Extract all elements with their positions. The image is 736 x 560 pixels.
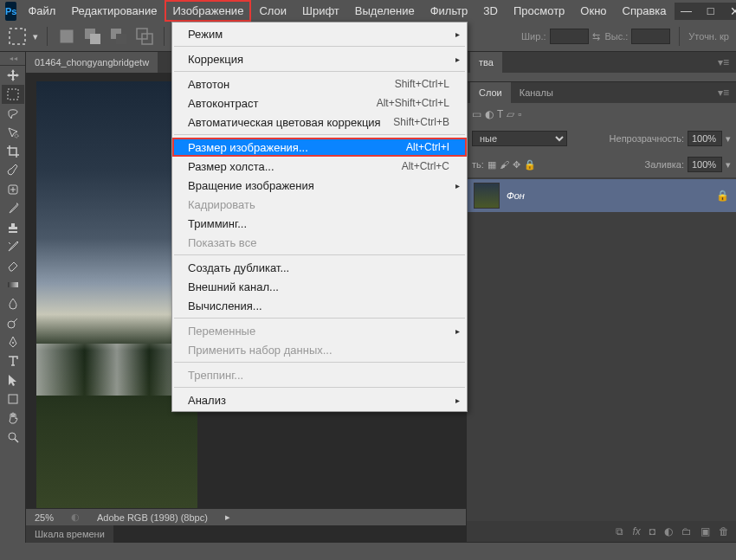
- type-tool-icon[interactable]: [2, 351, 24, 370]
- filter-shape-icon[interactable]: ▱: [507, 108, 514, 120]
- fill-label: Заливка:: [645, 159, 684, 170]
- crop-tool-icon[interactable]: [2, 142, 24, 161]
- blend-mode-select[interactable]: ные: [472, 131, 567, 146]
- close-button[interactable]: ✕: [723, 3, 736, 20]
- fill-input[interactable]: [688, 157, 722, 172]
- menu-item[interactable]: Внешний канал...: [172, 277, 467, 296]
- link-layers-icon[interactable]: ⧉: [616, 525, 623, 537]
- layers-footer: ⧉ fx ◘ ◐ 🗀 ▣ 🗑: [467, 521, 736, 542]
- path-select-tool-icon[interactable]: [2, 370, 24, 389]
- dodge-tool-icon[interactable]: [2, 313, 24, 332]
- lasso-tool-icon[interactable]: [2, 104, 24, 123]
- menu-фильтр[interactable]: Фильтр: [423, 0, 476, 22]
- menu-справка[interactable]: Справка: [615, 0, 675, 22]
- layer-name[interactable]: Фон: [507, 190, 709, 201]
- filter-smart-icon[interactable]: ▫: [518, 108, 521, 120]
- lock-all-icon[interactable]: 🔒: [524, 159, 536, 171]
- intersect-selection-icon[interactable]: [134, 26, 155, 47]
- menu-shortcut: Alt+Shift+Ctrl+L: [377, 97, 449, 109]
- mask-icon[interactable]: ◘: [649, 525, 655, 537]
- add-selection-icon[interactable]: [82, 26, 103, 47]
- lock-pos-icon[interactable]: ✥: [513, 159, 520, 171]
- eraser-tool-icon[interactable]: [2, 256, 24, 275]
- group-icon[interactable]: 🗀: [681, 525, 692, 537]
- stamp-tool-icon[interactable]: [2, 218, 24, 237]
- lock-trans-icon[interactable]: ▦: [487, 159, 496, 171]
- marquee-tool-preset-icon[interactable]: [7, 26, 28, 47]
- svg-rect-1: [61, 30, 74, 43]
- subtract-selection-icon[interactable]: [108, 26, 129, 47]
- move-tool-icon[interactable]: [2, 66, 24, 85]
- submenu-arrow-icon: ▸: [455, 326, 460, 336]
- zoom-tool-icon[interactable]: [2, 428, 24, 447]
- channels-tab[interactable]: Каналы: [511, 82, 562, 103]
- marquee-tool-icon[interactable]: [2, 85, 24, 104]
- menu-изображение[interactable]: Изображение: [165, 0, 251, 22]
- doc-profile[interactable]: Adobe RGB (1998) (8bpc): [97, 512, 208, 523]
- maximize-button[interactable]: □: [699, 3, 723, 20]
- properties-tab[interactable]: тва: [470, 52, 502, 73]
- quick-select-tool-icon[interactable]: [2, 123, 24, 142]
- new-layer-icon[interactable]: ▣: [700, 525, 710, 537]
- menu-item[interactable]: Тримминг...: [172, 214, 467, 233]
- dropdown-arrow-icon[interactable]: ▾: [33, 31, 38, 42]
- menu-item[interactable]: Создать дубликат...: [172, 258, 467, 277]
- menu-3d[interactable]: 3D: [475, 0, 506, 22]
- adjustment-icon[interactable]: ◐: [664, 525, 673, 537]
- menu-item[interactable]: Вращение изображения▸: [172, 176, 467, 195]
- opacity-input[interactable]: [688, 131, 722, 146]
- menu-слои[interactable]: Слои: [251, 0, 294, 22]
- menu-item[interactable]: Автоматическая цветовая коррекцияShift+C…: [172, 113, 467, 132]
- blur-tool-icon[interactable]: [2, 294, 24, 313]
- heal-tool-icon[interactable]: [2, 180, 24, 199]
- menu-item[interactable]: Анализ▸: [172, 390, 467, 409]
- dropdown-arrow-icon[interactable]: ▾: [726, 159, 731, 171]
- lock-icon[interactable]: 🔒: [716, 190, 729, 202]
- menu-separator: [174, 71, 465, 72]
- menu-item: Переменные▸: [172, 321, 467, 340]
- menu-item[interactable]: Вычисления...: [172, 296, 467, 315]
- zoom-level[interactable]: 25%: [35, 512, 54, 523]
- layer-row[interactable]: Фон 🔒: [467, 179, 736, 212]
- timeline-panel-tab[interactable]: Шкала времени: [26, 525, 113, 543]
- filter-adjust-icon[interactable]: ◐: [485, 108, 494, 120]
- width-input[interactable]: [550, 29, 589, 44]
- menu-item[interactable]: Размер изображения...Alt+Ctrl+I: [172, 138, 467, 157]
- menu-файл[interactable]: Файл: [20, 0, 63, 22]
- hand-tool-icon[interactable]: [2, 409, 24, 428]
- menu-item[interactable]: Коррекция▸: [172, 49, 467, 68]
- arrow-icon[interactable]: ▸: [225, 512, 230, 523]
- refine-edge-button[interactable]: Уточн. кр: [688, 31, 729, 42]
- menu-item[interactable]: Режим▸: [172, 24, 467, 43]
- pen-tool-icon[interactable]: [2, 332, 24, 351]
- shape-tool-icon[interactable]: [2, 389, 24, 409]
- document-tab[interactable]: 01464_chongyangbridgetw: [26, 52, 158, 73]
- brush-tool-icon[interactable]: [2, 199, 24, 218]
- swap-icon[interactable]: ⇆: [592, 31, 600, 42]
- menu-редактирование[interactable]: Редактирование: [63, 0, 165, 22]
- minimize-button[interactable]: —: [675, 3, 699, 20]
- menu-shortcut: Alt+Ctrl+C: [402, 160, 449, 172]
- menu-просмотр[interactable]: Просмотр: [506, 0, 572, 22]
- menu-item[interactable]: АвтоконтрастAlt+Shift+Ctrl+L: [172, 93, 467, 113]
- lock-paint-icon[interactable]: 🖌: [500, 159, 509, 170]
- menu-шрифт[interactable]: Шрифт: [294, 0, 347, 22]
- height-input[interactable]: [631, 29, 670, 44]
- menu-item[interactable]: Размер холста...Alt+Ctrl+C: [172, 157, 467, 176]
- gradient-tool-icon[interactable]: [2, 275, 24, 294]
- menu-item[interactable]: АвтотонShift+Ctrl+L: [172, 74, 467, 93]
- layer-thumbnail[interactable]: [474, 183, 500, 209]
- menu-выделение[interactable]: Выделение: [347, 0, 423, 22]
- dropdown-arrow-icon[interactable]: ▾: [726, 133, 731, 145]
- eyedropper-tool-icon[interactable]: [2, 161, 24, 180]
- svg-point-9: [15, 134, 18, 138]
- fx-icon[interactable]: fx: [632, 525, 640, 537]
- filter-pixel-icon[interactable]: ▭: [472, 108, 481, 120]
- menu-окно[interactable]: Окно: [572, 0, 614, 22]
- layers-tab[interactable]: Слои: [470, 82, 511, 103]
- new-selection-icon[interactable]: [56, 26, 77, 47]
- history-brush-tool-icon[interactable]: [2, 237, 24, 256]
- menu-item-label: Создать дубликат...: [188, 261, 449, 274]
- filter-type-icon[interactable]: T: [497, 108, 503, 120]
- delete-layer-icon[interactable]: 🗑: [719, 525, 729, 537]
